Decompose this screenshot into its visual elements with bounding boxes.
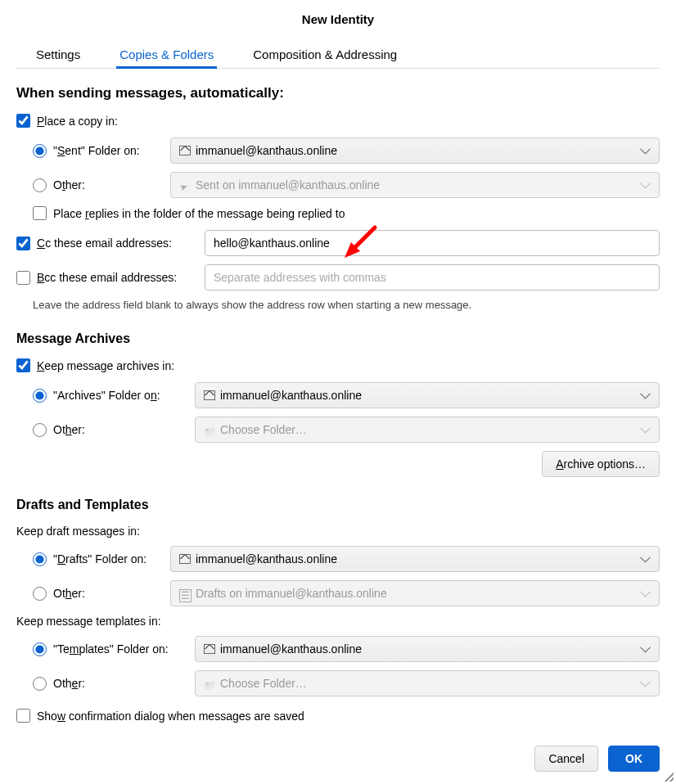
cc-label[interactable]: Cc these email addresses:: [37, 237, 172, 250]
place-replies-checkbox[interactable]: [33, 206, 47, 220]
templates-account-value: immanuel@kanthaus.online: [220, 642, 362, 656]
dialog-content: When sending messages, automatically: Pl…: [16, 69, 660, 733]
keep-archives-checkbox[interactable]: [16, 358, 30, 372]
archives-account-value: immanuel@kanthaus.online: [220, 389, 362, 402]
ok-button[interactable]: OK: [608, 746, 660, 772]
mail-icon: [204, 644, 215, 654]
archives-folder-label[interactable]: "Archives" Folder on:: [53, 389, 160, 402]
mail-icon: [179, 146, 191, 155]
drafts-account-dropdown[interactable]: immanuel@kanthaus.online: [170, 546, 660, 572]
mail-icon: [179, 554, 191, 564]
send-icon: [179, 180, 191, 190]
tab-composition[interactable]: Composition & Addressing: [250, 43, 400, 69]
templates-other-value: Choose Folder…: [220, 677, 307, 690]
section-drafts-heading: Drafts and Templates: [16, 498, 660, 512]
bcc-checkbox[interactable]: [16, 271, 30, 285]
templates-other-label[interactable]: Other:: [53, 677, 85, 690]
dialog-title: New Identity: [16, 12, 660, 26]
archives-folder-radio[interactable]: [33, 389, 47, 403]
dialog-footer: Cancel OK: [16, 733, 660, 772]
tab-copies-folders[interactable]: Copies & Folders: [116, 43, 217, 69]
archives-other-radio[interactable]: [33, 423, 47, 437]
templates-other-dropdown[interactable]: Choose Folder…: [195, 670, 660, 696]
place-copy-label[interactable]: Place a copy in:: [37, 115, 118, 128]
drafts-other-value: Drafts on immanuel@kanthaus.online: [196, 587, 387, 600]
identity-dialog: New Identity Settings Copies & Folders C…: [0, 0, 676, 784]
mail-icon: [204, 390, 215, 400]
drafts-other-label[interactable]: Other:: [53, 587, 85, 600]
archives-other-dropdown[interactable]: Choose Folder…: [195, 417, 660, 443]
keep-archives-label[interactable]: Keep message archives in:: [37, 359, 174, 372]
archives-account-dropdown[interactable]: immanuel@kanthaus.online: [195, 382, 660, 408]
section-archives-heading: Message Archives: [16, 331, 660, 346]
archives-other-label[interactable]: Other:: [53, 423, 85, 436]
tab-settings[interactable]: Settings: [33, 43, 83, 69]
templates-other-radio[interactable]: [33, 677, 47, 691]
address-hint: Leave the address field blank to always …: [33, 299, 660, 311]
sent-other-dropdown[interactable]: Sent on immanuel@kanthaus.online: [170, 172, 660, 198]
bcc-label[interactable]: Bcc these email addresses:: [37, 271, 177, 284]
bcc-input[interactable]: [205, 264, 660, 291]
section-sending-heading: When sending messages, automatically:: [16, 85, 660, 101]
sent-other-value: Sent on immanuel@kanthaus.online: [196, 178, 380, 191]
tabbar: Settings Copies & Folders Composition & …: [16, 43, 660, 69]
templates-account-dropdown[interactable]: immanuel@kanthaus.online: [195, 636, 660, 662]
drafts-other-dropdown[interactable]: Drafts on immanuel@kanthaus.online: [170, 580, 660, 606]
sent-other-label[interactable]: Other:: [53, 178, 85, 191]
sent-folder-radio[interactable]: [33, 144, 47, 158]
sent-folder-label[interactable]: "Sent" Folder on:: [53, 144, 140, 157]
cc-checkbox[interactable]: [16, 237, 30, 250]
folder-icon: [204, 678, 215, 688]
place-replies-label[interactable]: Place replies in the folder of the messa…: [53, 207, 345, 220]
archives-other-value: Choose Folder…: [220, 423, 307, 436]
keep-drafts-label: Keep draft messages in:: [16, 525, 660, 538]
templates-folder-radio[interactable]: [33, 642, 47, 656]
show-confirm-checkbox[interactable]: [16, 709, 30, 723]
cancel-button[interactable]: Cancel: [534, 746, 598, 772]
drafts-folder-label[interactable]: "Drafts" Folder on:: [53, 552, 146, 565]
show-confirm-label[interactable]: Show confirmation dialog when messages a…: [37, 710, 304, 723]
templates-folder-label[interactable]: "Templates" Folder on:: [53, 642, 169, 656]
folder-icon: [204, 425, 215, 435]
sent-account-value: immanuel@kanthaus.online: [196, 144, 337, 157]
place-copy-checkbox[interactable]: [16, 114, 30, 128]
keep-templates-label: Keep message templates in:: [16, 615, 660, 628]
drafts-account-value: immanuel@kanthaus.online: [196, 552, 337, 565]
cc-input[interactable]: [205, 230, 660, 256]
drafts-icon: [179, 588, 191, 598]
drafts-other-radio[interactable]: [33, 587, 47, 601]
sent-account-dropdown[interactable]: immanuel@kanthaus.online: [170, 137, 660, 164]
resize-grip-icon[interactable]: [662, 770, 674, 782]
archive-options-button[interactable]: Archive options…: [542, 451, 660, 477]
drafts-folder-radio[interactable]: [33, 552, 47, 566]
sent-other-radio[interactable]: [33, 178, 47, 192]
